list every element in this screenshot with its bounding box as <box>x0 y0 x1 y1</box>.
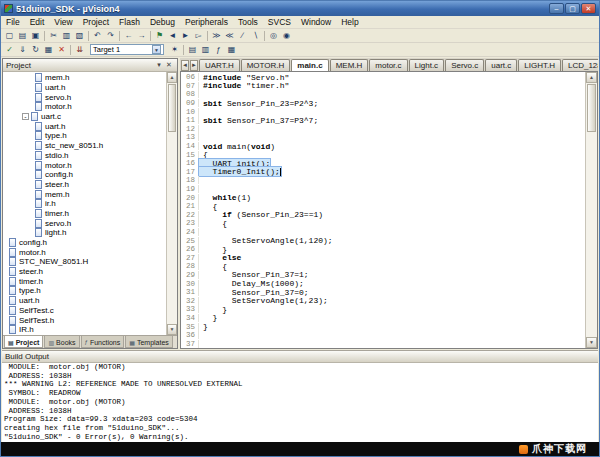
target-select[interactable]: Target 1 ▼ <box>90 44 164 55</box>
tree-item-light.h[interactable]: light.h <box>5 228 165 238</box>
menu-view[interactable]: View <box>49 17 77 27</box>
tab-scroll-left-icon[interactable]: ◄ <box>181 60 189 71</box>
tree-item-ir.h[interactable]: ir.h <box>5 199 165 209</box>
options-for-target-icon[interactable]: ✶ <box>168 44 181 56</box>
editor-tab-uart.h[interactable]: UART.H <box>199 59 240 71</box>
menu-svcs[interactable]: SVCS <box>263 17 296 27</box>
menu-peripherals[interactable]: Peripherals <box>180 17 233 27</box>
navigate-back-icon[interactable]: ← <box>122 30 135 42</box>
editor-scrollbar[interactable]: ▲ ▼ <box>585 72 597 348</box>
panel-menu-icon[interactable]: ▾ <box>154 61 164 69</box>
tree-item-motor.h[interactable]: motor.h <box>5 160 165 170</box>
editor-tab-light.c[interactable]: Light.c <box>409 59 445 71</box>
scroll-down-arrow-icon[interactable]: ▼ <box>586 337 597 348</box>
project-tree-scrollbar[interactable]: ▲ ▼ <box>166 72 177 335</box>
scrollbar-thumb[interactable] <box>587 84 596 132</box>
editor-tab-servo.c[interactable]: Servo.c <box>445 59 484 71</box>
panel-tab-books[interactable]: ▥Books <box>44 336 79 348</box>
editor-tab-mem.h[interactable]: MEM.H <box>330 59 369 71</box>
tree-item-selftest.c[interactable]: SelfTest.c <box>5 306 165 316</box>
menu-debug[interactable]: Debug <box>145 17 180 27</box>
menu-file[interactable]: File <box>1 17 25 27</box>
open-icon[interactable]: ▤ <box>16 30 29 42</box>
editor-tab-motor.h[interactable]: MOTOR.H <box>241 59 291 71</box>
tree-item-steer.h[interactable]: steer.h <box>5 180 165 190</box>
build-icon[interactable]: ⇓ <box>16 44 29 56</box>
tree-item-steer.h[interactable]: steer.h <box>5 267 165 277</box>
scrollbar-track[interactable] <box>586 133 597 337</box>
tree-item-config.h[interactable]: config.h <box>5 170 165 180</box>
tree-item-selftest.h[interactable]: SelfTest.h <box>5 315 165 325</box>
indent-icon[interactable]: ≫ <box>210 30 223 42</box>
menu-tools[interactable]: Tools <box>233 17 263 27</box>
clear-bookmarks-icon[interactable]: ▻ <box>192 30 205 42</box>
save-icon[interactable]: ▣ <box>29 30 42 42</box>
tree-item-stc_new_8051.h[interactable]: STC_NEW_8051.H <box>5 257 165 267</box>
rebuild-icon[interactable]: ↻ <box>29 44 42 56</box>
tree-item-motor.h[interactable]: motor.h <box>5 247 165 257</box>
editor-tab-motor.c[interactable]: motor.c <box>369 59 407 71</box>
prev-bookmark-icon[interactable]: ◄ <box>166 30 179 42</box>
redo-icon[interactable]: ↷ <box>104 30 117 42</box>
translate-icon[interactable]: ✓ <box>3 44 16 56</box>
close-button[interactable]: ✕ <box>581 3 596 14</box>
panel-tab-functions[interactable]: ƒFunctions <box>81 336 125 348</box>
tab-scroll-right-icon[interactable]: ► <box>190 60 198 71</box>
tree-expander-icon[interactable]: - <box>22 113 29 120</box>
tree-item-type.h[interactable]: type.h <box>5 286 165 296</box>
menu-edit[interactable]: Edit <box>25 17 50 27</box>
scroll-up-arrow-icon[interactable]: ▲ <box>586 72 597 83</box>
find-in-files-icon[interactable]: ◉ <box>280 30 293 42</box>
new-file-icon[interactable]: ▢ <box>3 30 16 42</box>
tree-item-stdio.h[interactable]: stdio.h <box>5 151 165 161</box>
tree-item-uart.h[interactable]: uart.h <box>5 296 165 306</box>
editor-tab-light.h[interactable]: LIGHT.H <box>518 59 561 71</box>
books-window-icon[interactable]: ▥ <box>199 44 212 56</box>
copy-icon[interactable]: ▥ <box>60 30 73 42</box>
editor-tab-lcd_128...[interactable]: LCD_128... <box>562 59 598 71</box>
editor-tab-main.c[interactable]: main.c <box>291 59 328 71</box>
project-window-icon[interactable]: ▤ <box>186 44 199 56</box>
code-editor[interactable]: 06#include "Servo.h"07#include "timer.h"… <box>181 72 585 348</box>
bookmark-icon[interactable]: ⚑ <box>153 30 166 42</box>
tree-item-motor.h[interactable]: motor.h <box>5 102 165 112</box>
tree-item-servo.h[interactable]: servo.h <box>5 92 165 102</box>
tree-item-config.h[interactable]: config.h <box>5 238 165 248</box>
undo-icon[interactable]: ↶ <box>91 30 104 42</box>
templates-window-icon[interactable]: ▦ <box>225 44 238 56</box>
navigate-forward-icon[interactable]: → <box>135 30 148 42</box>
tree-item-mem.h[interactable]: mem.h <box>5 189 165 199</box>
tree-item-uart.c[interactable]: -uart.c <box>5 112 165 122</box>
next-bookmark-icon[interactable]: ► <box>179 30 192 42</box>
functions-window-icon[interactable]: ƒ <box>212 44 225 56</box>
scroll-up-arrow-icon[interactable]: ▲ <box>167 72 177 83</box>
tree-item-uart.h[interactable]: uart.h <box>5 121 165 131</box>
stop-build-icon[interactable]: ✕ <box>55 44 68 56</box>
scroll-down-arrow-icon[interactable]: ▼ <box>167 324 177 335</box>
tree-item-stc_new_8051.h[interactable]: stc_new_8051.h <box>5 141 165 151</box>
tree-item-mem.h[interactable]: mem.h <box>5 73 165 83</box>
scrollbar-thumb[interactable] <box>168 84 176 132</box>
maximize-button[interactable]: ▢ <box>565 3 580 14</box>
menu-help[interactable]: Help <box>336 17 363 27</box>
tree-item-timer.h[interactable]: timer.h <box>5 209 165 219</box>
download-icon[interactable]: ⇊ <box>73 44 86 56</box>
scrollbar-track[interactable] <box>167 133 177 324</box>
cut-icon[interactable]: ✂ <box>47 30 60 42</box>
chevron-down-icon[interactable]: ▼ <box>152 45 161 54</box>
batch-build-icon[interactable]: ▦ <box>42 44 55 56</box>
find-icon[interactable]: ◎ <box>267 30 280 42</box>
tree-item-ir.h[interactable]: IR.h <box>5 325 165 335</box>
uncomment-icon[interactable]: ∖ <box>249 30 262 42</box>
tree-item-servo.h[interactable]: servo.h <box>5 218 165 228</box>
panel-tab-project[interactable]: ▤Project <box>4 336 43 348</box>
tree-item-timer.h[interactable]: timer.h <box>5 276 165 286</box>
menu-flash[interactable]: Flash <box>114 17 145 27</box>
panel-close-icon[interactable]: ✕ <box>164 61 174 69</box>
menu-window[interactable]: Window <box>296 17 336 27</box>
comment-icon[interactable]: ∕ <box>236 30 249 42</box>
outdent-icon[interactable]: ≪ <box>223 30 236 42</box>
tree-item-uart.h[interactable]: uart.h <box>5 83 165 93</box>
editor-tab-uart.c[interactable]: uart.c <box>485 59 517 71</box>
tree-item-type.h[interactable]: type.h <box>5 131 165 141</box>
